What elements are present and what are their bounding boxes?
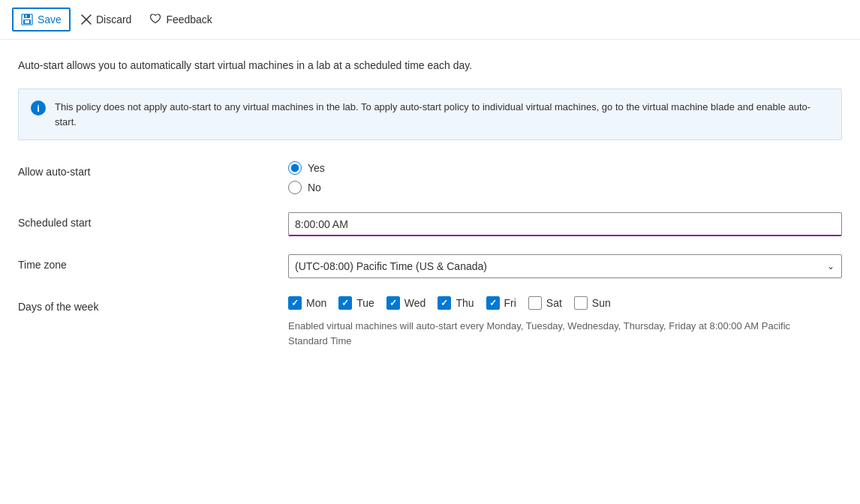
day-label-wed: Wed (404, 297, 426, 309)
save-button[interactable]: Save (12, 8, 71, 32)
time-zone-row: Time zone (UTC-08:00) Pacific Time (US &… (18, 254, 842, 278)
discard-label: Discard (96, 14, 131, 26)
radio-no-label: No (308, 182, 321, 194)
days-of-week-row: Days of the week Mon Tue Wed (18, 296, 842, 348)
day-label-fri: Fri (504, 297, 516, 309)
feedback-button[interactable]: Feedback (142, 8, 219, 32)
toolbar: Save Discard Feedback (0, 0, 860, 40)
allow-autostart-label: Allow auto-start (18, 161, 288, 178)
day-thu[interactable]: Thu (438, 296, 474, 310)
checkbox-sun[interactable] (574, 296, 588, 310)
checkbox-sat[interactable] (528, 296, 542, 310)
allow-autostart-row: Allow auto-start Yes No (18, 161, 842, 194)
day-label-sat: Sat (546, 297, 562, 309)
radio-yes[interactable]: Yes (288, 161, 842, 175)
discard-button[interactable]: Discard (74, 9, 139, 30)
checkbox-fri[interactable] (486, 296, 500, 310)
info-text: This policy does not apply auto-start to… (55, 100, 829, 129)
day-wed[interactable]: Wed (386, 296, 426, 310)
svg-rect-1 (24, 14, 30, 18)
main-content: Auto-start allows you to automatically s… (0, 40, 860, 384)
checkbox-tue[interactable] (338, 296, 352, 310)
radio-yes-input[interactable] (288, 161, 302, 175)
time-zone-wrapper: (UTC-08:00) Pacific Time (US & Canada) (… (288, 254, 842, 278)
day-fri[interactable]: Fri (486, 296, 516, 310)
radio-yes-label: Yes (308, 162, 325, 174)
day-label-mon: Mon (306, 297, 326, 309)
checkbox-mon[interactable] (288, 296, 302, 310)
checkbox-wed[interactable] (386, 296, 400, 310)
scheduled-start-control (288, 212, 842, 236)
checkbox-thu[interactable] (438, 296, 451, 310)
day-label-thu: Thu (456, 297, 474, 309)
day-label-tue: Tue (356, 297, 374, 309)
scheduled-start-row: Scheduled start (18, 212, 842, 236)
time-zone-label: Time zone (18, 254, 288, 271)
radio-no-input[interactable] (288, 181, 302, 194)
info-banner: i This policy does not apply auto-start … (18, 88, 842, 140)
time-zone-control: (UTC-08:00) Pacific Time (US & Canada) (… (288, 254, 842, 278)
info-icon: i (31, 100, 46, 116)
scheduled-start-input[interactable] (288, 212, 842, 236)
time-zone-select[interactable]: (UTC-08:00) Pacific Time (US & Canada) (… (288, 254, 842, 278)
svg-rect-3 (25, 20, 29, 23)
day-tue[interactable]: Tue (338, 296, 374, 310)
discard-icon (81, 14, 92, 25)
day-mon[interactable]: Mon (288, 296, 326, 310)
svg-rect-4 (26, 15, 27, 17)
summary-text: Enabled virtual machines will auto-start… (288, 319, 813, 348)
day-label-sun: Sun (592, 297, 611, 309)
save-label: Save (38, 14, 62, 26)
description: Auto-start allows you to automatically s… (18, 58, 842, 74)
allow-autostart-control: Yes No (288, 161, 842, 194)
days-of-week-control: Mon Tue Wed Thu (288, 296, 842, 348)
save-icon (21, 14, 33, 26)
radio-group: Yes No (288, 161, 842, 194)
scheduled-start-label: Scheduled start (18, 212, 288, 229)
radio-no[interactable]: No (288, 181, 842, 194)
feedback-label: Feedback (166, 14, 212, 26)
heart-icon (149, 13, 161, 27)
day-sat[interactable]: Sat (528, 296, 562, 310)
days-of-week-label: Days of the week (18, 296, 288, 313)
day-sun[interactable]: Sun (574, 296, 611, 310)
days-checkboxes: Mon Tue Wed Thu (288, 296, 842, 310)
